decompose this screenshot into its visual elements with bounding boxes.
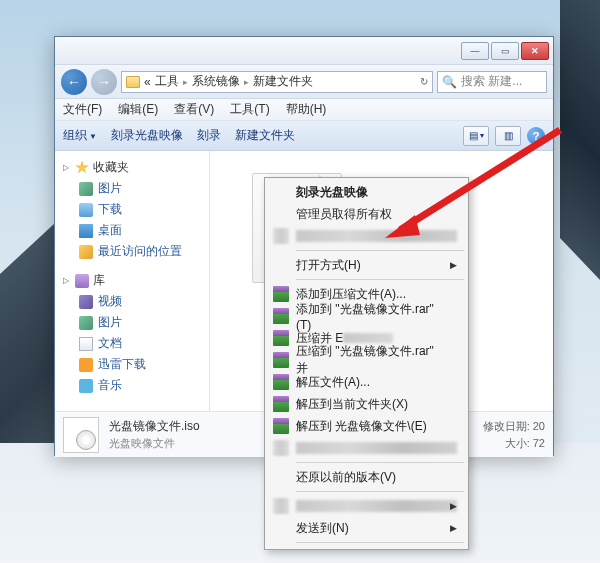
thunder-icon [79,358,93,372]
ctx-separator [296,542,464,543]
toolbar: 组织▼ 刻录光盘映像 刻录 新建文件夹 ▤▾ ▥ ? [55,121,553,151]
breadcrumb-part[interactable]: 系统镜像 [192,73,240,90]
sidebar-item-recent[interactable]: 最近访问的位置 [59,241,205,262]
ctx-add-rar[interactable]: 添加到 "光盘镜像文件.rar"(T) [268,305,465,327]
blur-icon [273,440,289,456]
chevron-icon: ▸ [244,77,249,87]
download-icon [79,203,93,217]
wallpaper-mountain-right [560,0,600,280]
context-menu: 刻录光盘映像 管理员取得所有权 打开方式(H)▶ 添加到压缩文件(A)... 添… [264,177,469,550]
view-button[interactable]: ▤▾ [463,126,489,146]
desktop-icon [79,224,93,238]
maximize-button[interactable]: ▭ [491,42,519,60]
sidebar-item-videos[interactable]: 视频 [59,291,205,312]
new-folder-button[interactable]: 新建文件夹 [235,127,295,144]
menu-file[interactable]: 文件(F) [63,101,102,118]
refresh-icon[interactable]: ↻ [420,76,428,87]
forward-button[interactable]: → [91,69,117,95]
ctx-open-with[interactable]: 打开方式(H)▶ [268,254,465,276]
preview-button[interactable]: ▥ [495,126,521,146]
minimize-button[interactable]: — [461,42,489,60]
details-filename: 光盘镜像文件.iso [109,417,200,435]
submenu-arrow-icon: ▶ [450,501,457,511]
ctx-separator [296,279,464,280]
rar-icon [273,352,289,368]
ctx-burn-image[interactable]: 刻录光盘映像 [268,181,465,203]
ctx-send-to[interactable]: 发送到(N)▶ [268,517,465,539]
music-icon [79,379,93,393]
breadcrumb-sep: « [144,75,151,89]
video-icon [79,295,93,309]
search-placeholder: 搜索 新建... [461,73,522,90]
menu-edit[interactable]: 编辑(E) [118,101,158,118]
star-icon [75,161,89,175]
sidebar-item-downloads[interactable]: 下载 [59,199,205,220]
ctx-extract[interactable]: 解压文件(A)... [268,371,465,393]
sidebar-favorites-header[interactable]: ▷收藏夹 [59,157,205,178]
sidebar-item-documents[interactable]: 文档 [59,333,205,354]
menu-view[interactable]: 查看(V) [174,101,214,118]
search-input[interactable]: 🔍 搜索 新建... [437,71,547,93]
sidebar-item-pictures2[interactable]: 图片 [59,312,205,333]
details-size-label: 大小: [505,437,530,449]
burn-image-button[interactable]: 刻录光盘映像 [111,127,183,144]
ctx-admin-owner[interactable]: 管理员取得所有权 [268,203,465,225]
sidebar-item-thunder[interactable]: 迅雷下载 [59,354,205,375]
rar-icon [273,330,289,346]
recent-icon [79,245,93,259]
sidebar-libraries-header[interactable]: ▷库 [59,270,205,291]
organize-button[interactable]: 组织▼ [63,127,97,144]
blur-icon [273,498,289,514]
menu-tools[interactable]: 工具(T) [230,101,269,118]
help-icon[interactable]: ? [527,127,545,145]
nav-bar: ← → « 工具 ▸ 系统镜像 ▸ 新建文件夹 ↻ 🔍 搜索 新建... [55,65,553,99]
folder-icon [126,76,140,88]
details-filetype: 光盘映像文件 [109,435,200,452]
sidebar: ▷收藏夹 图片 下载 桌面 最近访问的位置 ▷库 视频 图片 文档 迅雷下载 音… [55,151,210,411]
ctx-extract-here[interactable]: 解压到当前文件夹(X) [268,393,465,415]
chevron-icon: ▸ [183,77,188,87]
ctx-separator [296,491,464,492]
ctx-separator [296,462,464,463]
sidebar-item-pictures[interactable]: 图片 [59,178,205,199]
rar-icon [273,374,289,390]
rar-icon [273,396,289,412]
menu-bar: 文件(F) 编辑(E) 查看(V) 工具(T) 帮助(H) [55,99,553,121]
ctx-restore[interactable]: 还原以前的版本(V) [268,466,465,488]
submenu-arrow-icon: ▶ [450,523,457,533]
picture-icon [79,316,93,330]
picture-icon [79,182,93,196]
address-bar[interactable]: « 工具 ▸ 系统镜像 ▸ 新建文件夹 ↻ [121,71,433,93]
ctx-separator [296,250,464,251]
details-icon [63,417,99,453]
titlebar: — ▭ ✕ [55,37,553,65]
rar-icon [273,308,289,324]
library-icon [75,274,89,288]
rar-icon [273,418,289,434]
menu-help[interactable]: 帮助(H) [286,101,327,118]
burn-button[interactable]: 刻录 [197,127,221,144]
ctx-blurred-item[interactable] [268,225,465,247]
breadcrumb-part[interactable]: 新建文件夹 [253,73,313,90]
details-moddate-label: 修改日期: [483,420,530,432]
ctx-blurred-item[interactable]: ▶ [268,495,465,517]
back-button[interactable]: ← [61,69,87,95]
ctx-blurred-item[interactable] [268,437,465,459]
sidebar-item-music[interactable]: 音乐 [59,375,205,396]
ctx-extract-to[interactable]: 解压到 光盘镜像文件\(E) [268,415,465,437]
rar-icon [273,286,289,302]
search-icon: 🔍 [442,75,457,89]
ctx-compress-to-email[interactable]: 压缩到 "光盘镜像文件.rar" 并 [268,349,465,371]
sidebar-item-desktop[interactable]: 桌面 [59,220,205,241]
breadcrumb-part[interactable]: 工具 [155,73,179,90]
close-button[interactable]: ✕ [521,42,549,60]
document-icon [79,337,93,351]
blur-icon [273,228,289,244]
submenu-arrow-icon: ▶ [450,260,457,270]
